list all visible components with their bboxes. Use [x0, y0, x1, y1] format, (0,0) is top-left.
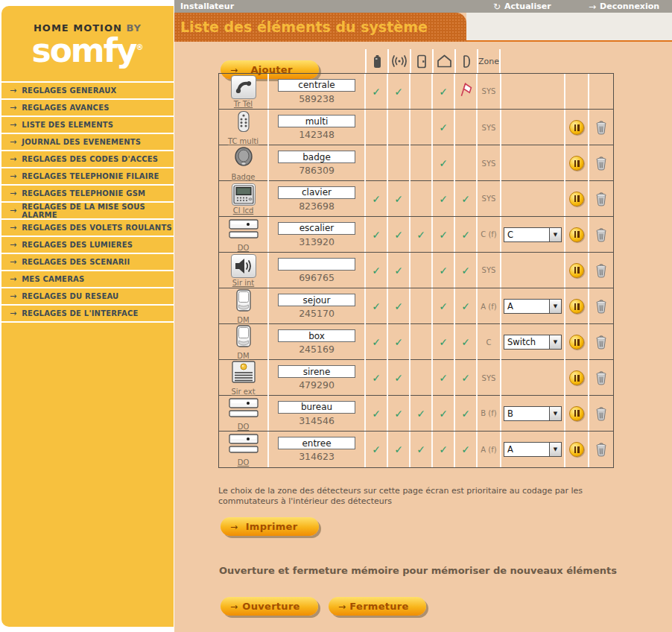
pause-button[interactable] [569, 192, 584, 206]
device-type-label[interactable]: TC multi [228, 137, 259, 145]
zone-select-cell [501, 253, 565, 288]
sidebar-item-10[interactable]: →REGLAGES DES LUMIERES [1, 237, 174, 254]
capability-cell [411, 324, 433, 360]
zone-select[interactable]: A▼ [504, 299, 562, 314]
pause-cell [565, 324, 589, 360]
capability-cell: ✓ [366, 74, 388, 109]
device-type-label[interactable]: Badge [232, 173, 256, 181]
check-icon: ✓ [372, 443, 381, 455]
sidebar-item-5[interactable]: →REGLAGES DES CODES D'ACCES [1, 151, 174, 168]
element-name-input[interactable] [278, 79, 355, 92]
delete-button[interactable] [595, 192, 607, 206]
sidebar-item-7[interactable]: →REGLAGES TELEPHONIE GSM [1, 186, 174, 203]
logout-link[interactable]: → Deconnexion [589, 1, 659, 12]
sidebar-item-13[interactable]: →REGLAGES DU RESEAU [1, 288, 174, 306]
capability-cell: ✓ [388, 360, 411, 396]
element-name-input[interactable] [278, 186, 355, 199]
zone-select[interactable]: A▼ [504, 442, 562, 457]
device-type-label[interactable]: DM [237, 316, 249, 324]
device-type-label[interactable]: DO [238, 244, 250, 252]
menu-arrow-icon: → [10, 291, 16, 301]
refresh-icon: ↻ [493, 1, 501, 12]
sidebar-item-14[interactable]: →REGLAGES DE L'INTERFACE [1, 306, 174, 323]
element-name-input[interactable] [278, 365, 355, 378]
delete-cell [589, 432, 613, 467]
sidebar-item-12[interactable]: →MES CAMERAS [1, 271, 174, 288]
sidebar-item-11[interactable]: →REGLAGES DES SCENARII [1, 254, 174, 271]
zone-cell: SYS [478, 145, 501, 181]
device-type-label[interactable]: Sir int [232, 279, 254, 287]
sidebar-item-1[interactable]: →REGLAGES GENERAUX [1, 83, 174, 100]
memory-open-button[interactable]: → Ouverture [221, 597, 318, 616]
delete-button[interactable] [595, 370, 607, 385]
sidebar-item-8[interactable]: →REGLAGES DE LA MISE SOUS ALARME [1, 203, 174, 220]
pause-cell [565, 396, 589, 431]
zone-select-cell [501, 181, 565, 216]
zone-label: SYS [482, 374, 496, 382]
pause-button[interactable] [569, 156, 584, 171]
zone-cell: SYS [478, 360, 501, 396]
check-icon: ✓ [372, 265, 381, 276]
delete-button[interactable] [595, 120, 607, 135]
sidebar-item-3[interactable]: →LISTE DES ELEMENTS [1, 117, 174, 134]
pause-button[interactable] [569, 406, 584, 421]
zone-cell: C (f) [478, 217, 501, 252]
delete-button[interactable] [595, 335, 607, 350]
sidebar-item-6[interactable]: →REGLAGES TELEPHONIE FILAIRE [1, 168, 174, 186]
element-name-input[interactable] [278, 115, 355, 127]
refresh-link[interactable]: ↻ Actualiser [493, 1, 551, 12]
device-type-label[interactable]: DO [238, 423, 250, 431]
sidebar-item-2[interactable]: →REGLAGES AVANCES [1, 100, 174, 117]
capability-cell: ✓ [455, 288, 478, 324]
device-type-label[interactable]: DM [237, 352, 249, 360]
capability-cell [388, 145, 411, 181]
pause-button[interactable] [569, 227, 584, 242]
zone-select[interactable]: C▼ [504, 227, 562, 242]
delete-button[interactable] [595, 263, 607, 278]
delete-cell [589, 74, 613, 109]
delete-button[interactable] [595, 406, 607, 421]
delete-button[interactable] [595, 299, 607, 314]
capability-cell: ✓ [433, 145, 455, 181]
zone-select-cell [501, 110, 565, 145]
device-icon-cell: DO [219, 217, 269, 252]
memory-close-button[interactable]: → Fermeture [329, 597, 426, 616]
element-name-input[interactable] [278, 294, 355, 306]
element-name-input[interactable] [278, 401, 355, 414]
element-name-input[interactable] [278, 437, 355, 449]
delete-button[interactable] [595, 227, 607, 242]
print-button[interactable]: → Imprimer [221, 517, 319, 536]
capability-cell [411, 74, 433, 109]
sidebar-item-label: REGLAGES DES LUMIERES [22, 241, 133, 249]
sidebar-item-4[interactable]: →JOURNAL DES EVENEMENTS [1, 134, 174, 151]
pause-button[interactable] [569, 263, 584, 278]
zone-select[interactable]: B▼ [504, 406, 562, 421]
delete-cell [589, 253, 613, 288]
delete-button[interactable] [595, 442, 607, 457]
delete-button[interactable] [595, 156, 607, 171]
sidebar-item-9[interactable]: →REGLAGES DES VOLETS ROULANTS [1, 220, 174, 237]
element-name-input[interactable] [278, 222, 355, 235]
element-name-input[interactable] [278, 258, 355, 271]
element-name-input[interactable] [278, 151, 355, 163]
device-type-label[interactable]: Tr Tél [234, 100, 253, 108]
pause-button[interactable] [569, 442, 584, 457]
pause-button[interactable] [569, 370, 584, 385]
element-serial: 823698 [299, 200, 335, 212]
zone-select[interactable]: Switch▼ [504, 335, 562, 350]
menu-arrow-icon: → [10, 257, 16, 267]
capability-cell: ✓ [433, 74, 455, 109]
device-type-label[interactable]: DO [238, 458, 250, 467]
pause-button[interactable] [569, 299, 584, 314]
capability-cell: ✓ [455, 360, 478, 396]
device-type-label[interactable]: Cl lcd [233, 206, 254, 215]
pause-button[interactable] [569, 120, 584, 135]
sidebar-item-label: REGLAGES DES VOLETS ROULANTS [22, 224, 172, 232]
element-name-input[interactable] [278, 329, 355, 342]
pause-button[interactable] [569, 335, 584, 350]
check-icon: ✓ [461, 408, 470, 420]
device-type-label[interactable]: Sir ext [231, 388, 255, 396]
door-contact-icon [228, 218, 259, 243]
capability-cell: ✓ [433, 288, 455, 324]
check-icon: ✓ [461, 229, 470, 241]
